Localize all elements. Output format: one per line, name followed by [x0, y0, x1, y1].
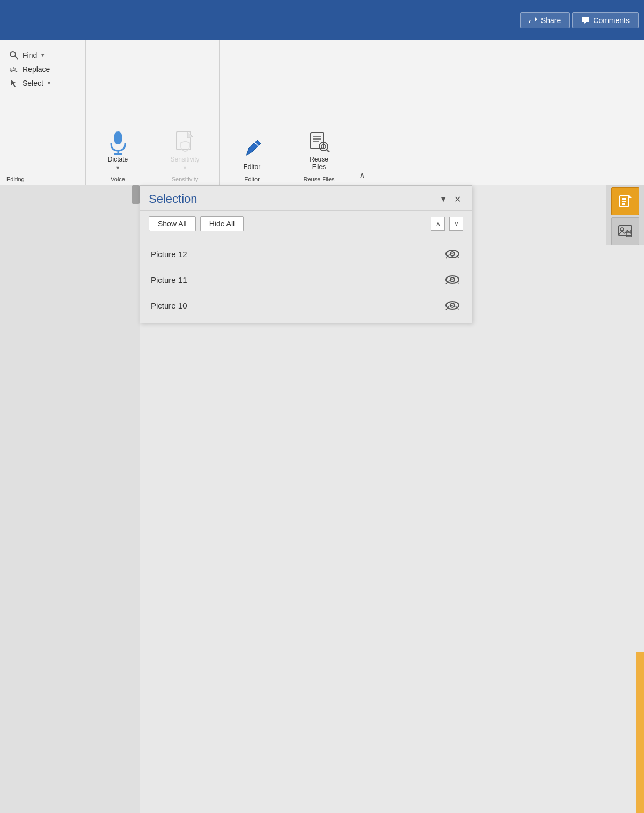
document-scroll-area: [0, 185, 140, 813]
svg-point-20: [450, 303, 455, 307]
dropdown-arrow-icon[interactable]: ▼: [440, 195, 447, 203]
comments-button[interactable]: Comments: [572, 12, 639, 28]
selection-toolbar: Show All Hide All ∧ ∨: [140, 211, 472, 237]
scrollbar-thumb[interactable]: [132, 185, 140, 204]
dictate-icon: [107, 131, 129, 153]
selection-pane-title: Selection: [149, 192, 197, 206]
nav-down-icon: ∨: [454, 220, 459, 228]
svg-rect-23: [622, 201, 626, 202]
right-panel: [606, 185, 644, 245]
svg-point-0: [10, 52, 16, 57]
share-label: Share: [541, 16, 561, 25]
item-name-picture11: Picture 11: [151, 275, 444, 284]
replace-icon: ab: [9, 64, 19, 75]
dictate-label: Dictate: [108, 156, 128, 163]
dictate-dropdown: ▼: [115, 165, 120, 171]
editor-section-label: Editor: [244, 174, 260, 182]
nav-up-icon: ∧: [436, 220, 441, 228]
reuse-files-button[interactable]: Reuse Files: [303, 128, 336, 174]
share-button[interactable]: Share: [520, 12, 570, 28]
ribbon-section-sensitivity: Sensitivity ▼ Sensitivity: [150, 40, 220, 185]
editing-commands: Find ▼ ab Replace Select: [6, 45, 54, 90]
selection-list: Picture 12 Picture 11: [140, 237, 472, 323]
content-area: Selection ▼ ✕ Show All Hide All ∧ ∨ Pict…: [0, 185, 644, 813]
sensitivity-button[interactable]: Sensitivity ▼: [165, 128, 204, 174]
selection-pane-panel-button[interactable]: [611, 187, 639, 215]
share-icon: [529, 16, 538, 25]
find-button[interactable]: Find ▼: [6, 49, 47, 62]
svg-rect-24: [622, 203, 625, 205]
reuse-section-label: Reuse Files: [303, 174, 334, 182]
replace-label: Replace: [23, 65, 50, 74]
visibility-icon-picture10[interactable]: [444, 297, 461, 314]
comments-label: Comments: [593, 16, 630, 25]
visibility-icon-picture12[interactable]: [444, 245, 461, 262]
select-icon: [9, 78, 19, 89]
svg-line-14: [327, 150, 329, 152]
yellow-accent-strip: [636, 652, 644, 813]
sensitivity-section-label: Sensitivity: [172, 174, 199, 182]
editor-button[interactable]: Editor: [236, 135, 269, 174]
sensitivity-group: Sensitivity ▼: [165, 45, 204, 174]
reuse-files-label: Reuse Files: [310, 156, 328, 171]
visibility-icon-picture11[interactable]: [444, 271, 461, 288]
show-all-button[interactable]: Show All: [149, 216, 196, 231]
hide-all-button[interactable]: Hide All: [200, 216, 244, 231]
svg-line-1: [15, 56, 18, 59]
selection-pane: Selection ▼ ✕ Show All Hide All ∧ ∨ Pict…: [140, 185, 472, 323]
reuse-files-icon: [308, 131, 331, 153]
selection-header-controls: ▼ ✕: [440, 193, 463, 205]
list-item[interactable]: Picture 12: [140, 241, 472, 267]
image-panel-button[interactable]: [611, 217, 639, 245]
select-button[interactable]: Select ▼: [6, 77, 54, 90]
find-dropdown-icon: ▼: [40, 53, 45, 58]
nav-down-button[interactable]: ∨: [449, 217, 463, 231]
svg-point-18: [450, 277, 455, 282]
editing-section-label: Editing: [6, 174, 25, 182]
editor-group: Editor: [236, 45, 269, 174]
sensitivity-icon: [174, 131, 196, 153]
close-pane-button[interactable]: ✕: [451, 193, 463, 205]
find-icon: [9, 50, 19, 61]
svg-rect-3: [114, 131, 122, 144]
find-label: Find: [23, 51, 37, 60]
sensitivity-label: Sensitivity: [170, 156, 199, 163]
editor-label: Editor: [244, 163, 260, 171]
ribbon-section-voice: Dictate ▼ Voice: [86, 40, 150, 185]
ribbon-section-editing: Find ▼ ab Replace Select: [0, 40, 86, 185]
ribbon-section-reuse: Reuse Files Reuse Files: [284, 40, 354, 185]
ribbon-collapse-button[interactable]: ∧: [354, 40, 370, 185]
scrollbar-track[interactable]: [131, 185, 140, 813]
voice-section-label: Voice: [111, 174, 125, 182]
ribbon-section-editor: Editor Editor: [220, 40, 284, 185]
collapse-icon: ∧: [359, 170, 365, 180]
reuse-group: Reuse Files: [303, 45, 336, 174]
comments-icon: [581, 16, 590, 25]
list-item[interactable]: Picture 10: [140, 292, 472, 318]
sensitivity-dropdown: ▼: [182, 165, 187, 171]
list-item[interactable]: Picture 11: [140, 267, 472, 292]
svg-point-16: [450, 252, 455, 256]
replace-button[interactable]: ab Replace: [6, 63, 52, 76]
select-dropdown-icon: ▼: [47, 80, 52, 86]
editor-icon: [241, 138, 264, 161]
item-name-picture10: Picture 10: [151, 301, 444, 310]
svg-point-26: [620, 228, 624, 231]
voice-group: Dictate ▼: [101, 45, 135, 174]
svg-rect-22: [622, 198, 626, 200]
image-panel-icon: [618, 224, 633, 239]
select-label: Select: [23, 79, 43, 87]
ribbon: Find ▼ ab Replace Select: [0, 40, 644, 185]
selection-pane-header: Selection ▼ ✕: [140, 186, 472, 211]
selection-panel-icon: [618, 194, 633, 209]
item-name-picture12: Picture 12: [151, 250, 444, 259]
dictate-button[interactable]: Dictate ▼: [101, 128, 135, 174]
top-bar: Share Comments: [0, 0, 644, 40]
nav-up-button[interactable]: ∧: [431, 217, 445, 231]
